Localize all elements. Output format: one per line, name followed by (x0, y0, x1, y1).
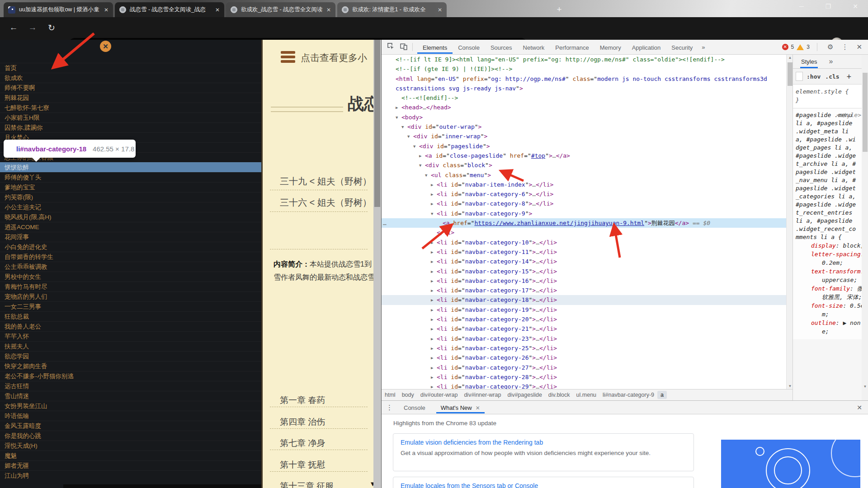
expand-caret-icon[interactable]: ▶ (396, 103, 401, 113)
sidebar-item[interactable]: 公主乖乖被调教 (0, 262, 261, 272)
expand-caret-icon[interactable]: ▶ (431, 363, 437, 373)
maximize-button[interactable]: ❐ (821, 3, 835, 10)
sidebar-item[interactable]: 爹地的宝宝 (0, 182, 261, 192)
breadcrumb-item[interactable]: body (399, 391, 417, 399)
expand-caret-icon[interactable]: ▶ (431, 199, 437, 209)
dom-tree-row[interactable]: ▶<li id="nvabar-item-index">…</li> (382, 180, 786, 189)
sidebar-item[interactable]: 灼芙蓉(限) (0, 192, 261, 202)
sidebar-item[interactable]: 恹恹欲醉 (0, 162, 261, 172)
refresh-button[interactable]: ↻ (45, 23, 58, 33)
expand-caret-icon[interactable]: ▶ (431, 248, 437, 257)
sidebar-item[interactable]: 一女二三男事 (0, 301, 261, 311)
expand-caret-icon[interactable]: ▶ (431, 382, 437, 389)
expand-caret-icon[interactable]: ▶ (431, 267, 437, 277)
device-toolbar-icon[interactable] (400, 42, 408, 52)
sidebar-item[interactable]: 快穿之媚肉生香 (0, 361, 261, 371)
sidebar-item[interactable]: 七醉歌怀-第七寮 (0, 103, 261, 113)
expand-caret-icon[interactable]: ▶ (431, 277, 437, 286)
drawer-menu-icon[interactable]: ⋮ (386, 404, 393, 412)
close-pageslide-button[interactable]: ✕ (100, 41, 111, 52)
devtools-tab-performance[interactable]: Performance (550, 41, 594, 54)
card-title-link[interactable]: Emulate locales from the Sensors tab or … (401, 482, 686, 488)
dom-tree-row[interactable]: ▶<li id="navbar-category-26">…</li> (382, 353, 786, 362)
sidebar-item[interactable]: 师傅的傻丫头 (0, 172, 261, 182)
chapter-link[interactable]: 第十章 抚慰 (280, 459, 325, 471)
sidebar-item[interactable]: 媚者无疆 (0, 460, 261, 470)
sidebar-item[interactable]: 小家碧玉H限 (0, 113, 261, 122)
close-tab-icon[interactable]: ✕ (326, 7, 331, 13)
scrollbar-thumb[interactable] (788, 62, 793, 86)
sidebar-item[interactable]: 雪山情迷 (0, 391, 261, 401)
forward-button[interactable]: → (26, 23, 39, 33)
breadcrumb-item[interactable]: div#outer-wrap (417, 391, 461, 399)
tab-styles[interactable]: Styles (800, 55, 818, 68)
expand-caret-icon[interactable]: ▶ (431, 286, 437, 296)
sidebar-item[interactable]: 狂欲总裁 (0, 311, 261, 321)
breadcrumb-item[interactable]: html (382, 391, 399, 399)
dom-tree-row[interactable]: ▶<li id="navbar-category-14">…</li> (382, 257, 786, 266)
back-button[interactable]: ← (7, 23, 20, 33)
css-rule-block[interactable]: <style> #pageslide .menu li a, #pageslid… (793, 108, 868, 339)
sidebar-item[interactable]: 自带媚香的转学生 (0, 252, 261, 262)
style-source-link[interactable]: <style> (836, 111, 861, 119)
sidebar-item[interactable]: 宠物店的男人们 (0, 291, 261, 301)
styles-more-tabs[interactable]: » (829, 57, 833, 66)
close-tab-icon[interactable]: ✕ (438, 7, 442, 13)
tab-whats-new[interactable]: What's New✕ (436, 401, 485, 413)
chapter-link[interactable]: 第十三章 征服 (280, 480, 334, 488)
dom-tree-row[interactable]: ▼<div id="outer-wrap"> (382, 122, 786, 131)
dom-tree-row[interactable]: ▼<li id="navbar-category-9"> (382, 209, 786, 218)
new-style-rule-button[interactable]: + (847, 72, 851, 81)
horizontal-scrollbar[interactable] (63, 484, 261, 488)
breadcrumb-item[interactable]: ul.menu (573, 391, 599, 399)
sidebar-item[interactable]: 金风玉露暗度 (0, 421, 261, 431)
dom-tree-row[interactable]: ▶<li id="navbar-category-10">…</li> (382, 238, 786, 247)
dom-tree-row[interactable]: ▼<ul class="menu"> (382, 170, 786, 180)
dom-tree-row[interactable]: ▶<li id="navbar-category-29">…</li> (382, 382, 786, 389)
warning-icon[interactable] (797, 44, 804, 50)
close-tab-icon[interactable]: ✕ (215, 7, 220, 13)
browser-tab[interactable]: 欲成欢_战恋雪 - 战恋雪全文阅读✕ (226, 2, 335, 17)
sidebar-item[interactable]: 小公主追夫记 (0, 202, 261, 212)
devtools-tab-elements[interactable]: Elements (417, 41, 453, 54)
new-tab-button[interactable]: + (553, 4, 565, 15)
sidebar-item[interactable]: 荆棘花园 (0, 93, 261, 103)
whats-new-card[interactable]: Emulate locales from the Sensors tab or … (393, 477, 694, 488)
dom-tree-row[interactable]: <!--<![endif]--> (382, 93, 786, 103)
css-property[interactable]: font-size: 0.5em; (796, 301, 867, 319)
expand-caret-icon[interactable]: ▶ (431, 257, 437, 267)
sidebar-item[interactable]: 你是我的心跳 (0, 431, 261, 441)
sidebar-item[interactable]: 女扮男装坐江山 (0, 401, 261, 411)
dom-tree-row[interactable]: ▼<body> (382, 113, 786, 122)
collapse-caret-icon[interactable]: ▼ (425, 171, 431, 180)
collapse-caret-icon[interactable]: ▼ (419, 161, 425, 170)
dom-tree-row[interactable]: <!--[if (gte IE 9) | !(IE)]><!--> (382, 64, 786, 74)
page-scrollbar[interactable] (373, 40, 381, 488)
card-title-link[interactable]: Emulate vision deficiencies from the Ren… (401, 439, 686, 446)
collapse-caret-icon[interactable]: ▼ (396, 113, 401, 122)
chapter-link[interactable]: 第四章 治伤 (280, 416, 325, 428)
expand-caret-icon[interactable]: ▶ (419, 151, 425, 161)
dom-tree-row[interactable]: <html lang="en-US" prefix="og: http://og… (382, 74, 786, 84)
breadcrumb-item[interactable]: div#inner-wrap (461, 391, 504, 399)
sidebar-item[interactable]: 花间淫事 (0, 232, 261, 242)
sidebar-item[interactable]: 吟语低喃 (0, 411, 261, 421)
devtools-tab-network[interactable]: Network (518, 41, 550, 54)
toggle-hover-state[interactable]: :hov (807, 73, 821, 80)
dom-tree-row[interactable]: ▶<li id="navbar-category-6">…</li> (382, 189, 786, 199)
page-scrollbar-thumb[interactable] (374, 40, 380, 207)
devtools-tab-security[interactable]: Security (666, 41, 698, 54)
browser-tab[interactable]: uu加速器抓包领取ow | 煨酒小童✕ (4, 2, 113, 17)
expand-caret-icon[interactable]: ▶ (431, 190, 437, 199)
dom-tree-row[interactable]: ▶<li id="navbar-category-27">…</li> (382, 363, 786, 372)
sidebar-item[interactable]: 师傅不要啊 (0, 83, 261, 93)
dom-tree-row[interactable]: ▶<li id="navbar-category-8">…</li> (382, 199, 786, 208)
more-novels-hint[interactable]: 点击查看更多小 (301, 52, 367, 64)
sidebar-item[interactable]: 囚禁你,蹂躏你 (0, 122, 261, 132)
error-icon[interactable]: ✕ (782, 44, 788, 50)
tab-console[interactable]: Console (399, 401, 430, 413)
devtools-close-icon[interactable]: ✕ (854, 43, 865, 51)
dom-tree-row[interactable]: ▼<div id="inner-wrap"> (382, 131, 786, 141)
expand-caret-icon[interactable]: ▶ (431, 373, 437, 382)
sidebar-item[interactable]: 老公不嫌多-小野猫你别逃 (0, 371, 261, 381)
